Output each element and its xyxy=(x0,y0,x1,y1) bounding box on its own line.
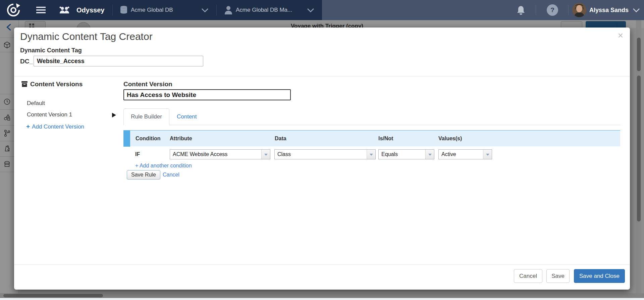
column-header-values: Values(s) xyxy=(438,131,462,147)
tab-content[interactable]: Content xyxy=(177,108,197,125)
tag-name-input[interactable] xyxy=(34,56,203,66)
tag-prefix-label: DC_ xyxy=(20,58,33,65)
attribute-select[interactable]: ACME Website Access xyxy=(170,149,270,159)
notifications-bell-icon[interactable] xyxy=(517,5,525,15)
tag-name-label: Dynamic Content Tag xyxy=(20,47,82,54)
add-content-version-label: Add Content Version xyxy=(32,123,84,130)
footer-divider xyxy=(14,264,630,265)
column-header-condition: Condition xyxy=(136,131,161,147)
database-selector-value: Acme Global DB xyxy=(131,0,173,20)
rule-builder-header-row: Condition Attribute Data Is/Not Values(s… xyxy=(123,130,620,146)
audience-people-icon xyxy=(59,6,70,14)
bottom-status-strip xyxy=(0,298,644,300)
user-avatar xyxy=(572,3,586,17)
add-content-version-link[interactable]: +Add Content Version xyxy=(26,123,84,130)
add-another-condition-link[interactable]: + Add another condition xyxy=(135,163,192,169)
rule-accent-bar xyxy=(123,130,130,147)
help-button[interactable]: ? xyxy=(547,4,558,16)
attribute-select-value: ACME Website Access xyxy=(173,150,260,159)
select-arrow-icon xyxy=(367,150,375,159)
topbar-divider xyxy=(216,4,217,16)
condition-if-label: IF xyxy=(135,149,140,159)
column-header-data: Data xyxy=(275,131,286,147)
chevron-down-icon xyxy=(307,8,314,13)
user-menu[interactable]: Alyssa Sands xyxy=(572,0,644,20)
save-rule-button[interactable]: Save Rule xyxy=(127,170,160,180)
cancel-button[interactable]: Cancel xyxy=(514,269,542,283)
select-arrow-icon xyxy=(261,150,270,159)
select-arrow-icon xyxy=(425,150,434,159)
close-icon[interactable]: × xyxy=(618,31,623,40)
isnot-select[interactable]: Equals xyxy=(378,149,434,159)
tabs-underline xyxy=(123,125,620,125)
app-logo-icon[interactable] xyxy=(6,3,21,17)
data-select[interactable]: Class xyxy=(274,149,376,159)
select-arrow-icon xyxy=(483,150,492,159)
account-selector[interactable]: Acme Global DB Ma... xyxy=(220,0,322,20)
version-item-default[interactable]: Default xyxy=(27,100,45,107)
archive-box-icon xyxy=(21,81,28,87)
plus-icon: + xyxy=(26,123,30,130)
chevron-down-icon xyxy=(633,8,640,13)
dynamic-content-tag-creator-dialog: × Dynamic Content Tag Creator Dynamic Co… xyxy=(14,28,630,290)
save-button[interactable]: Save xyxy=(546,269,570,283)
isnot-select-value: Equals xyxy=(381,150,424,159)
hamburger-menu-icon[interactable] xyxy=(36,7,46,13)
content-version-name-input[interactable] xyxy=(123,89,291,100)
database-selector[interactable]: Acme Global DB xyxy=(117,0,216,20)
user-name: Alyssa Sands xyxy=(589,0,629,20)
chevron-down-icon xyxy=(201,8,209,13)
column-header-attribute: Attribute xyxy=(170,131,192,147)
rule-cancel-link[interactable]: Cancel xyxy=(163,172,179,178)
dialog-title: Dynamic Content Tag Creator xyxy=(20,31,153,42)
product-name: Odyssey xyxy=(76,0,104,20)
content-version-label: Content Version xyxy=(123,81,172,88)
topbar-divider xyxy=(112,4,113,16)
data-select-value: Class xyxy=(277,150,365,159)
column-header-isnot: Is/Not xyxy=(378,131,393,147)
topbar-divider xyxy=(568,5,569,15)
content-versions-header: Content Versions xyxy=(21,81,83,88)
tab-rule-builder[interactable]: Rule Builder xyxy=(123,108,169,125)
help-question-glyph: ? xyxy=(550,6,554,13)
topbar-divider xyxy=(536,5,536,15)
person-icon xyxy=(224,5,233,15)
values-select-value: Active xyxy=(441,150,482,159)
version-item-1[interactable]: Content Version 1 xyxy=(27,111,72,118)
values-select[interactable]: Active xyxy=(438,149,492,159)
content-versions-header-label: Content Versions xyxy=(30,81,83,88)
version-expand-arrow-icon[interactable] xyxy=(112,113,116,117)
account-selector-value: Acme Global DB Ma... xyxy=(236,0,292,20)
save-and-close-button[interactable]: Save and Close xyxy=(574,269,625,283)
header-divider xyxy=(14,76,630,77)
top-navigation-bar: Odyssey Acme Global DB Acme Global DB Ma… xyxy=(0,0,644,20)
database-icon xyxy=(120,6,127,14)
